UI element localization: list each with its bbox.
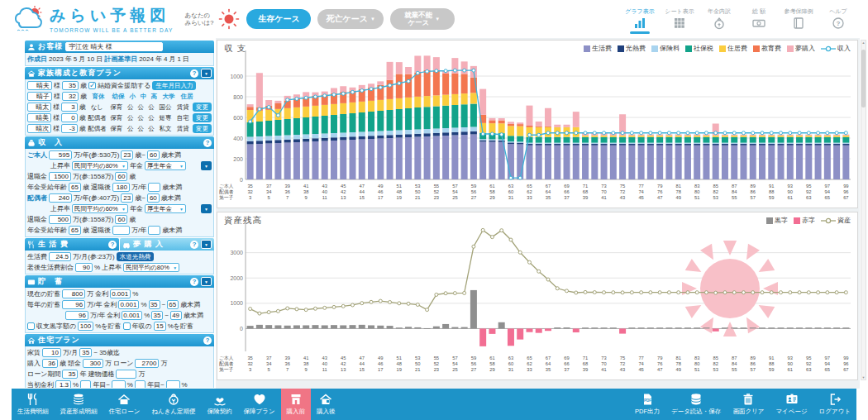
input-field[interactable] bbox=[148, 226, 160, 235]
toolbar-item-logout[interactable]: ログアウト bbox=[813, 389, 856, 420]
input-field[interactable]: 65 bbox=[69, 183, 81, 192]
input-field[interactable]: 0.001 bbox=[110, 289, 131, 298]
button-変更[interactable]: 変更 bbox=[193, 124, 212, 133]
input-field[interactable] bbox=[116, 370, 136, 379]
input-field[interactable]: -3 bbox=[61, 124, 78, 133]
input-field[interactable]: 595 bbox=[49, 150, 72, 160]
input-field[interactable] bbox=[148, 183, 160, 192]
utilities-button[interactable]: 水道光熱費 bbox=[117, 252, 155, 261]
scrollbar-thumb[interactable] bbox=[861, 50, 866, 107]
input-field[interactable] bbox=[112, 226, 130, 235]
input-field[interactable]: 0 bbox=[61, 113, 78, 122]
input-field[interactable]: 36 bbox=[42, 359, 58, 368]
input-field[interactable] bbox=[166, 380, 180, 388]
input-field[interactable]: 35 bbox=[62, 370, 78, 379]
select-field[interactable]: 民間平均の80%▼ bbox=[123, 263, 179, 272]
input-field[interactable]: 90 bbox=[75, 263, 93, 272]
scroll-down-icon[interactable]: ▼ bbox=[862, 375, 866, 379]
toolbar-item-db[interactable]: データ読込・保存 bbox=[665, 389, 727, 420]
input-field[interactable]: 35 bbox=[151, 311, 163, 320]
toolbar-item-home[interactable]: 住宅ローン bbox=[103, 389, 146, 420]
toolbar-item-coins[interactable]: 資産形成明細 bbox=[55, 389, 103, 420]
help-icon[interactable]: ? bbox=[190, 69, 198, 78]
nav-item-purse[interactable]: 年金内訳 bbox=[701, 5, 737, 34]
nav-item-chart[interactable]: グラフ表示 bbox=[622, 5, 658, 34]
input-field[interactable]: 0.001 bbox=[122, 311, 142, 320]
input-field[interactable]: 96 bbox=[62, 300, 85, 309]
checkbox[interactable] bbox=[123, 322, 131, 330]
toolbar-item-pension[interactable]: ねんきん定期便 bbox=[145, 389, 201, 420]
expand-button[interactable]: ▼ bbox=[201, 161, 212, 170]
input-field[interactable]: 35 bbox=[62, 81, 79, 90]
input-field[interactable]: 100 bbox=[78, 322, 93, 331]
input-field[interactable]: 24.5 bbox=[49, 252, 71, 261]
button-生年月日入力[interactable]: 生年月日入力 bbox=[152, 81, 196, 90]
select-field[interactable]: 民間平均の60%▼ bbox=[72, 204, 128, 213]
input-field[interactable]: 23 bbox=[121, 150, 133, 160]
input-field[interactable]: 60 bbox=[147, 150, 160, 160]
input-field[interactable]: 35 bbox=[149, 300, 160, 309]
nav-item-money[interactable]: 総 額 bbox=[741, 5, 777, 34]
button-変更[interactable]: 変更 bbox=[193, 103, 212, 112]
case-button-2[interactable]: 死亡ケース▼ bbox=[317, 9, 383, 29]
input-field[interactable]: 晴次 bbox=[27, 124, 51, 133]
help-icon[interactable]: ? bbox=[190, 278, 198, 286]
scroll-up-icon[interactable]: ▲ bbox=[862, 41, 866, 45]
input-field[interactable]: 晴太 bbox=[27, 103, 51, 112]
help-icon[interactable]: ? bbox=[190, 241, 198, 249]
input-field[interactable]: 180 bbox=[112, 183, 130, 192]
collapse-button[interactable]: ▼ bbox=[201, 69, 212, 78]
input-field[interactable]: 32 bbox=[62, 92, 79, 101]
input-field[interactable]: 65 bbox=[69, 226, 81, 235]
input-field[interactable]: 60 bbox=[147, 193, 160, 203]
input-field[interactable]: 0.001 bbox=[118, 300, 139, 309]
toolbar-item-heart[interactable]: 保障プラン bbox=[238, 389, 281, 420]
input-field[interactable]: 60 bbox=[115, 172, 127, 181]
toolbar-item-shop[interactable]: 購入前 bbox=[281, 389, 312, 420]
toolbar-item-pdf[interactable]: PDFPDF出力 bbox=[629, 389, 665, 420]
input-field[interactable] bbox=[80, 380, 91, 388]
customer-name-input[interactable]: 宇江佐 晴夫 様 bbox=[65, 42, 163, 51]
input-field[interactable]: 500 bbox=[49, 215, 71, 224]
toolbar-item-utensils[interactable]: 生活費明細 bbox=[12, 389, 55, 420]
help-icon[interactable]: ? bbox=[108, 241, 117, 249]
input-field[interactable]: 1500 bbox=[49, 172, 71, 181]
input-field[interactable]: 3 bbox=[61, 103, 78, 112]
expand-button[interactable]: ▼ bbox=[201, 204, 212, 213]
nav-item-grid[interactable]: シート表示 bbox=[661, 5, 698, 34]
nav-item-help[interactable]: ヘルプ? bbox=[820, 5, 856, 34]
toolbar-item-hands[interactable]: 保険契約 bbox=[202, 389, 238, 420]
help-icon[interactable]: ? bbox=[203, 139, 212, 147]
input-field[interactable]: 1.3 bbox=[55, 380, 71, 388]
input-field[interactable]: 晴子 bbox=[27, 92, 52, 101]
case-button-3[interactable]: 就業不能 ケース▼ bbox=[390, 8, 455, 30]
input-field[interactable]: 2700 bbox=[135, 359, 159, 368]
select-field[interactable]: 厚生年金▼ bbox=[145, 161, 186, 170]
toolbar-item-idcard[interactable]: マイページ bbox=[770, 389, 813, 420]
input-field[interactable]: 49 bbox=[170, 311, 182, 320]
input-field[interactable]: 35 bbox=[79, 348, 92, 357]
input-field[interactable]: 15 bbox=[154, 322, 166, 331]
help-icon[interactable]: ? bbox=[203, 336, 212, 345]
input-field[interactable]: 240 bbox=[49, 193, 72, 203]
toolbar-item-trash[interactable]: 画面クリア bbox=[727, 389, 770, 420]
checkbox[interactable] bbox=[88, 82, 96, 89]
select-field[interactable]: 厚生年金▼ bbox=[145, 204, 186, 213]
input-field[interactable]: 23 bbox=[121, 193, 133, 203]
collapse-button[interactable]: ▼ bbox=[201, 277, 212, 286]
input-field[interactable] bbox=[112, 380, 126, 388]
checkbox[interactable] bbox=[27, 322, 35, 330]
input-field[interactable]: 800 bbox=[62, 289, 85, 298]
input-field[interactable]: 10 bbox=[42, 348, 61, 357]
toolbar-item-househeart[interactable]: 購入後 bbox=[311, 389, 341, 420]
button-変更[interactable]: 変更 bbox=[193, 113, 212, 122]
input-field[interactable]: 晴美 bbox=[27, 113, 51, 122]
input-field[interactable]: 96 bbox=[65, 311, 88, 320]
collapse-button[interactable]: ▼ bbox=[201, 240, 212, 249]
case-button-1[interactable]: 生存ケース bbox=[246, 9, 311, 29]
select-field[interactable]: 民間平均の80%▼ bbox=[72, 161, 128, 170]
input-field[interactable]: 60 bbox=[115, 215, 127, 224]
input-field[interactable]: 300 bbox=[83, 359, 103, 368]
nav-item-book[interactable]: 参考保障例 bbox=[780, 5, 817, 34]
input-field[interactable]: 晴夫 bbox=[27, 81, 52, 90]
